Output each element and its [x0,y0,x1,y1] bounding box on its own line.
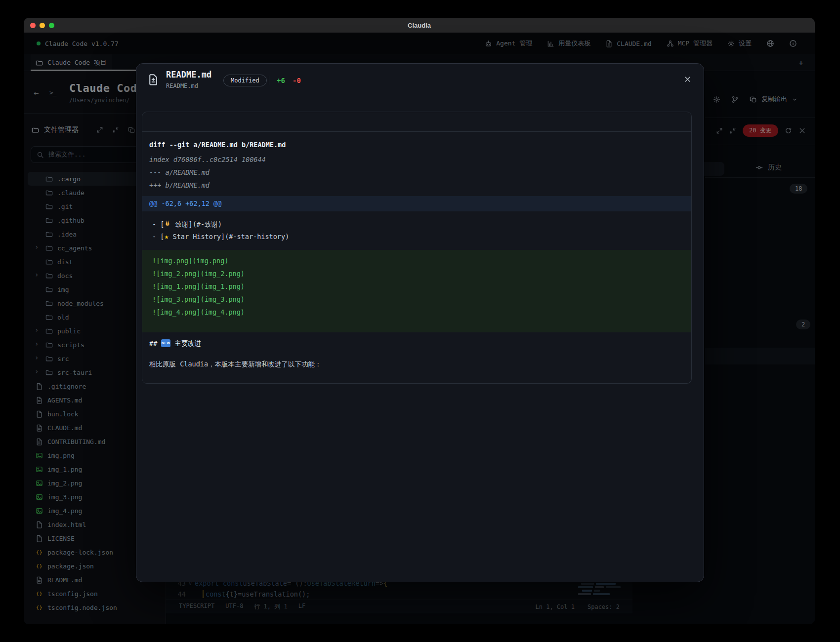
new-emoji: NEW [161,339,170,347]
diff-git-line: diff --git a/README.md b/README.md [142,132,691,150]
diff-context-lines: - [ 致谢](#-致谢)- [★ Star History](#-star-h… [142,211,691,243]
divider [269,76,269,85]
diff-meta-line: +++ b/README.md [149,180,691,190]
diff-card-header [142,112,691,132]
diff-hunk-header: @@ -62,6 +62,12 @@ [142,196,691,211]
diff-tail-line: 相比原版 Claudia，本版本主要新增和改进了以下功能： [142,347,691,369]
close-window-button[interactable] [30,23,36,28]
diff-file-path: README.md [166,82,198,89]
diff-meta-lines: index d76086f..c0c2514 100644--- a/READM… [142,150,691,190]
star-emoji: ★ [164,232,168,241]
diff-meta-line: --- a/README.md [149,167,691,177]
app-window: Claudia Claude Code v1.0.77 Agent 管理用量仪表… [24,18,815,624]
diff-card: diff --git a/README.md b/README.md index… [142,112,692,384]
diff-added-lines: ![img.png](img.png)![img_2.png](img_2.pn… [142,250,691,332]
diff-content: diff --git a/README.md b/README.md index… [142,132,691,369]
modified-badge: Modified [223,75,267,86]
diff-modal: README.md README.md Modified +6 -0 diff … [136,63,704,582]
diff-added-line: ![img_2.png](img_2.png) [152,267,691,280]
file-diff-icon [147,74,159,85]
diff-added-line: ![img_3.png](img_3.png) [152,293,691,306]
close-modal-icon[interactable] [684,76,693,84]
folded-hands-emoji [164,220,171,228]
additions-count: +6 [277,77,285,84]
diff-added-line: ![img.png](img.png) [152,254,691,267]
diff-added-line: ![img_1.png](img_1.png) [152,280,691,293]
diff-context-line: - [ 致谢](#-致谢) [152,218,691,231]
zoom-window-button[interactable] [49,23,54,28]
diff-meta-line: index d76086f..c0c2514 100644 [149,155,691,164]
diff-modal-header: README.md README.md Modified +6 -0 [136,64,704,98]
diff-heading-line: ##NEW主要改进 [142,332,691,347]
deletions-count: -0 [293,77,301,84]
window-title: Claudia [408,22,431,29]
diff-context-line: - [★ Star History](#-star-history) [152,231,691,243]
diff-added-line: ![img_4.png](img_4.png) [152,306,691,319]
minimize-window-button[interactable] [40,23,45,28]
diff-file-name: README.md [166,70,211,80]
macos-titlebar: Claudia [24,18,815,33]
